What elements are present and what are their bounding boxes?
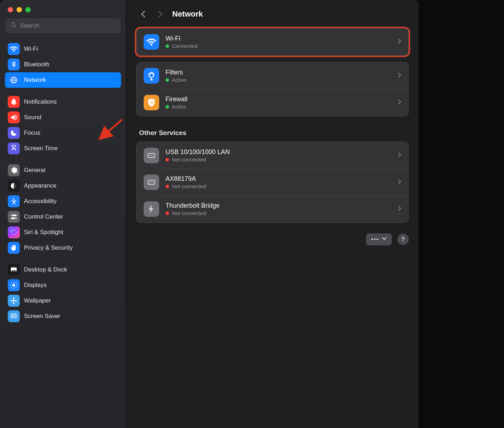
service-title: AX88179A xyxy=(166,175,391,183)
sidebar-item-label: Privacy & Security xyxy=(24,244,73,251)
forward-button[interactable] xyxy=(155,9,165,19)
service-title: Wi-Fi xyxy=(166,35,391,42)
sidebar-item-screen-time[interactable]: Screen Time xyxy=(5,141,121,156)
service-row-firewall[interactable]: Firewall Active xyxy=(137,89,408,116)
service-row-thunderbolt[interactable]: Thunderbolt Bridge Not connected xyxy=(137,196,408,222)
speaker-icon xyxy=(8,111,20,123)
moon-icon xyxy=(8,127,20,139)
sidebar-item-desktop-dock[interactable]: Desktop & Dock xyxy=(5,262,121,277)
status-text: Not connected xyxy=(172,157,206,163)
svg-point-20 xyxy=(11,300,12,301)
sidebar-item-bluetooth[interactable]: Bluetooth xyxy=(5,57,121,72)
sidebar-item-control-center[interactable]: Control Center xyxy=(5,209,121,225)
service-card-wifi: Wi-Fi Connected xyxy=(136,28,409,56)
svg-point-35 xyxy=(153,182,154,183)
more-menu-button[interactable]: ••• xyxy=(366,233,392,245)
filters-icon xyxy=(144,68,159,84)
chevron-right-icon xyxy=(398,99,401,106)
other-services-card: USB 10/100/1000 LAN Not connected AX8817… xyxy=(136,142,409,223)
chevron-right-icon xyxy=(398,206,401,213)
sidebar-item-focus[interactable]: Focus xyxy=(5,125,121,141)
svg-rect-7 xyxy=(12,270,16,271)
sidebar-item-network[interactable]: Network xyxy=(5,72,121,88)
section-label-other: Other Services xyxy=(139,129,409,137)
service-row-ax88179a[interactable]: AX88179A Not connected xyxy=(137,169,408,196)
search-icon xyxy=(10,22,17,30)
minimize-window-button[interactable] xyxy=(17,7,22,12)
svg-point-8 xyxy=(12,284,15,286)
sidebar-item-displays[interactable]: Displays xyxy=(5,277,121,293)
sidebar-item-screen-saver[interactable]: Screen Saver xyxy=(5,308,121,324)
svg-point-29 xyxy=(149,155,150,156)
sidebar-item-sound[interactable]: Sound xyxy=(5,110,121,125)
sidebar-item-notifications[interactable]: Notifications xyxy=(5,94,121,110)
svg-point-31 xyxy=(153,155,154,156)
help-button[interactable]: ? xyxy=(397,234,409,245)
accessibility-icon xyxy=(8,195,20,207)
status-text: Not connected xyxy=(172,210,206,216)
hand-icon xyxy=(8,242,20,254)
status-dot xyxy=(166,185,169,188)
svg-point-2 xyxy=(12,215,13,216)
sidebar-item-appearance[interactable]: Appearance xyxy=(5,178,121,194)
status-text: Not connected xyxy=(172,183,206,189)
close-window-button[interactable] xyxy=(8,7,13,12)
switches-icon xyxy=(8,211,20,223)
svg-point-0 xyxy=(13,198,14,200)
service-title: Filters xyxy=(166,69,391,76)
sidebar-item-privacy-security[interactable]: Privacy & Security xyxy=(5,240,121,256)
sidebar-item-label: Focus xyxy=(24,129,40,136)
status-dot xyxy=(166,158,169,161)
sidebar-item-label: Siri & Spotlight xyxy=(24,229,64,236)
ellipsis-icon: ••• xyxy=(371,236,379,243)
sidebar-item-general[interactable]: General xyxy=(5,163,121,178)
sidebar-item-label: Wi-Fi xyxy=(24,45,38,53)
svg-line-16 xyxy=(16,283,17,283)
brightness-icon xyxy=(8,279,20,291)
status-text: Connected xyxy=(172,43,198,49)
ethernet-icon xyxy=(144,175,159,190)
search-input[interactable] xyxy=(19,22,116,30)
service-row-filters[interactable]: Filters Active xyxy=(137,62,408,89)
svg-rect-22 xyxy=(11,314,17,318)
back-button[interactable] xyxy=(138,9,148,19)
sidebar-item-label: General xyxy=(24,167,45,174)
wifi-icon xyxy=(8,43,20,55)
chevron-right-icon xyxy=(398,72,401,79)
sidebar-item-accessibility[interactable]: Accessibility xyxy=(5,194,121,209)
header: Network xyxy=(136,0,409,28)
svg-line-13 xyxy=(11,283,12,283)
gear-icon xyxy=(8,164,20,176)
sidebar-item-label: Accessibility xyxy=(24,198,57,205)
status-text: Active xyxy=(172,77,186,83)
sidebar-item-siri-spotlight[interactable]: Siri & Spotlight xyxy=(5,225,121,240)
chevron-right-icon xyxy=(398,179,401,186)
hourglass-icon xyxy=(8,142,20,154)
svg-point-18 xyxy=(13,298,14,300)
svg-point-19 xyxy=(13,302,14,304)
sidebar-item-label: Sound xyxy=(24,114,41,121)
sidebar-item-label: Network xyxy=(24,77,46,84)
status-dot xyxy=(166,105,169,109)
service-title: USB 10/100/1000 LAN xyxy=(166,148,391,156)
sidebar-item-label: Control Center xyxy=(24,213,63,220)
dock-icon xyxy=(8,264,20,276)
service-row-usb-lan[interactable]: USB 10/100/1000 LAN Not connected xyxy=(137,142,408,169)
svg-point-30 xyxy=(151,155,152,156)
sidebar-item-label: Screen Time xyxy=(24,145,58,152)
service-row-wifi[interactable]: Wi-Fi Connected xyxy=(137,29,408,55)
zoom-window-button[interactable] xyxy=(25,7,31,12)
sidebar-item-wallpaper[interactable]: Wallpaper xyxy=(5,293,121,308)
status-dot xyxy=(166,212,169,215)
bell-icon xyxy=(8,96,20,108)
sidebar-item-label: Notifications xyxy=(24,98,57,105)
siri-icon xyxy=(8,226,20,238)
appearance-icon xyxy=(8,180,20,192)
sidebar-item-wifi[interactable]: Wi-Fi xyxy=(5,41,121,57)
chevron-right-icon xyxy=(398,38,401,45)
firewall-icon xyxy=(144,95,159,110)
screensaver-icon xyxy=(8,310,20,322)
search-field[interactable] xyxy=(6,19,120,33)
footer: ••• ? xyxy=(136,233,409,245)
svg-point-34 xyxy=(151,182,152,183)
